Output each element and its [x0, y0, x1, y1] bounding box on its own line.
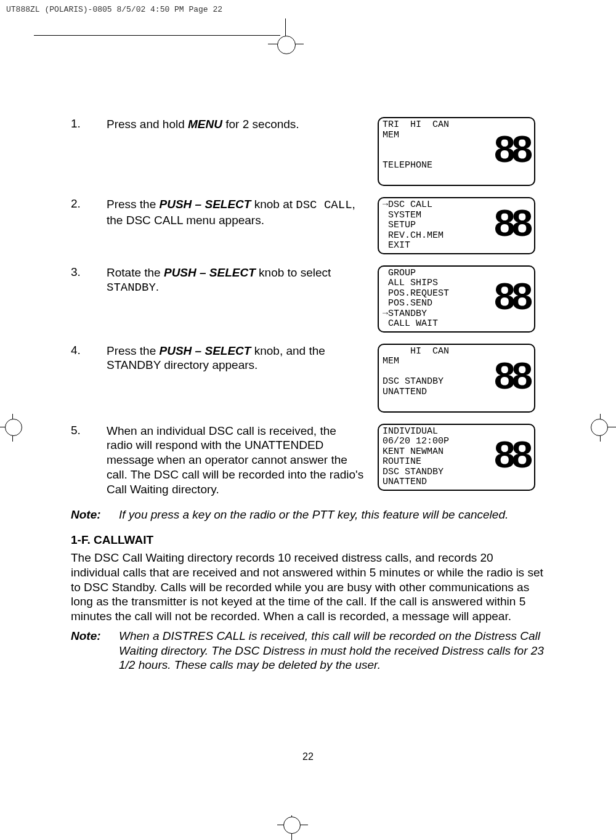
- section-paragraph: The DSC Call Waiting directory records 1…: [71, 551, 545, 624]
- channel-88: 88: [494, 275, 529, 317]
- step-text: Rotate the PUSH – SELECT knob to select …: [107, 265, 365, 296]
- channel-88: 88: [494, 355, 529, 397]
- lcd-text: HI CAN MEM DSC STANDBY UNATTEND: [383, 347, 449, 398]
- channel-88: 88: [494, 434, 529, 475]
- step-row: 4. Press the PUSH – SELECT knob, and the…: [71, 344, 545, 413]
- page-content: 1. Press and hold MENU for 2 seconds. TR…: [71, 117, 545, 672]
- step-text: When an individual DSC call is received,…: [107, 424, 365, 497]
- note: Note: If you press a key on the radio or…: [71, 507, 545, 522]
- lcd-text: TRI HI CAN MEM TELEPHONE: [383, 120, 449, 171]
- lcd-text: INDIVIDUAL 06/20 12:00P KENT NEWMAN ROUT…: [383, 427, 449, 488]
- note-label: Note:: [71, 507, 108, 522]
- step-row: 3. Rotate the PUSH – SELECT knob to sele…: [71, 265, 545, 333]
- step-row: 1. Press and hold MENU for 2 seconds. TR…: [71, 117, 545, 186]
- lcd-screen: TRI HI CAN MEM TELEPHONE 88: [378, 117, 535, 186]
- note-text: If you press a key on the radio or the P…: [119, 507, 545, 522]
- step-number: 1.: [71, 117, 94, 131]
- page-number: 22: [0, 751, 616, 762]
- lcd-screen: HI CAN MEM DSC STANDBY UNATTEND 88: [378, 344, 535, 413]
- header-text: UT888ZL (POLARIS)-0805 8/5/02 4:50 PM Pa…: [6, 5, 222, 14]
- channel-88: 88: [494, 128, 529, 170]
- step-number: 2.: [71, 197, 94, 211]
- channel-88: 88: [494, 203, 529, 244]
- section-title: 1-F. CALLWAIT: [71, 533, 545, 547]
- lcd-screen: →DSC CALL SYSTEM SETUP REV.CH.MEM EXIT 8…: [378, 197, 535, 254]
- lcd-text: GROUP ALL SHIPS POS.REQUEST POS.SEND →ST…: [383, 269, 449, 329]
- doc-header: UT888ZL (POLARIS)-0805 8/5/02 4:50 PM Pa…: [6, 5, 222, 14]
- lcd-screen: INDIVIDUAL 06/20 12:00P KENT NEWMAN ROUT…: [378, 424, 535, 491]
- lcd-text: →DSC CALL SYSTEM SETUP REV.CH.MEM EXIT: [383, 200, 444, 251]
- step-row: 5. When an individual DSC call is receiv…: [71, 424, 545, 497]
- step-number: 5.: [71, 424, 94, 437]
- note-text: When a DISTRES CALL is received, this ca…: [119, 629, 545, 672]
- step-text: Press the PUSH – SELECT knob, and the ST…: [107, 344, 365, 373]
- lcd-screen: GROUP ALL SHIPS POS.REQUEST POS.SEND →ST…: [378, 265, 535, 333]
- step-number: 4.: [71, 344, 94, 357]
- note-label: Note:: [71, 629, 108, 672]
- step-row: 2. Press the PUSH – SELECT knob at DSC C…: [71, 197, 545, 254]
- crop-mark-top: [268, 18, 305, 55]
- step-text: Press the PUSH – SELECT knob at DSC CALL…: [107, 197, 365, 228]
- note: Note: When a DISTRES CALL is received, t…: [71, 629, 545, 672]
- step-number: 3.: [71, 265, 94, 279]
- step-text: Press and hold MENU for 2 seconds.: [107, 117, 365, 132]
